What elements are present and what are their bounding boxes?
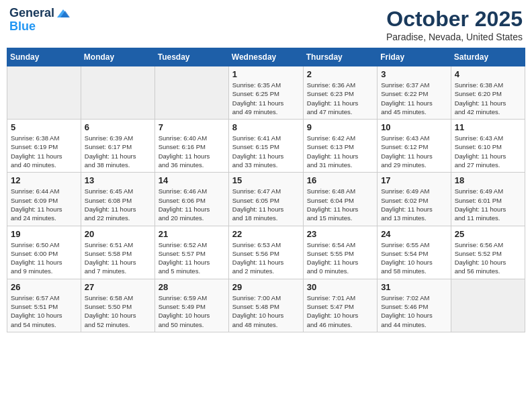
column-header-monday: Monday: [81, 48, 154, 66]
day-number: 5: [11, 122, 77, 132]
calendar-cell: [451, 279, 525, 332]
day-number: 30: [307, 282, 373, 292]
calendar-cell: 28Sunrise: 6:59 AM Sunset: 5:49 PM Dayli…: [154, 279, 228, 332]
calendar-cell: 2Sunrise: 6:36 AM Sunset: 6:23 PM Daylig…: [303, 66, 377, 120]
day-info: Sunrise: 6:38 AM Sunset: 6:19 PM Dayligh…: [11, 134, 77, 169]
day-info: Sunrise: 6:45 AM Sunset: 6:08 PM Dayligh…: [85, 187, 151, 222]
calendar-cell: 12Sunrise: 6:44 AM Sunset: 6:09 PM Dayli…: [7, 173, 81, 226]
day-info: Sunrise: 6:56 AM Sunset: 5:52 PM Dayligh…: [455, 240, 521, 276]
day-info: Sunrise: 7:01 AM Sunset: 5:47 PM Dayligh…: [307, 293, 373, 329]
day-info: Sunrise: 6:41 AM Sunset: 6:15 PM Dayligh…: [232, 134, 300, 169]
day-info: Sunrise: 6:52 AM Sunset: 5:57 PM Dayligh…: [159, 240, 225, 276]
location-subtitle: Paradise, Nevada, United States: [386, 32, 523, 42]
calendar-cell: 11Sunrise: 6:43 AM Sunset: 6:10 PM Dayli…: [451, 120, 525, 173]
day-number: 8: [232, 122, 300, 132]
day-info: Sunrise: 6:42 AM Sunset: 6:13 PM Dayligh…: [307, 134, 373, 169]
day-info: Sunrise: 6:40 AM Sunset: 6:16 PM Dayligh…: [159, 134, 225, 169]
calendar-cell: 31Sunrise: 7:02 AM Sunset: 5:46 PM Dayli…: [378, 279, 451, 332]
calendar-cell: 29Sunrise: 7:00 AM Sunset: 5:48 PM Dayli…: [228, 279, 303, 332]
day-number: 7: [159, 122, 225, 132]
day-number: 2: [307, 69, 373, 79]
day-number: 6: [85, 122, 151, 132]
calendar-week-row: 5Sunrise: 6:38 AM Sunset: 6:19 PM Daylig…: [7, 120, 525, 173]
day-info: Sunrise: 6:58 AM Sunset: 5:50 PM Dayligh…: [85, 293, 151, 329]
calendar-cell: 30Sunrise: 7:01 AM Sunset: 5:47 PM Dayli…: [303, 279, 377, 332]
day-info: Sunrise: 6:49 AM Sunset: 6:02 PM Dayligh…: [381, 187, 447, 222]
calendar-cell: 7Sunrise: 6:40 AM Sunset: 6:16 PM Daylig…: [154, 120, 228, 173]
column-header-thursday: Thursday: [303, 48, 377, 66]
day-number: 4: [455, 69, 521, 79]
day-number: 25: [455, 229, 521, 239]
page-header: General Blue October 2025 Paradise, Neva…: [7, 7, 525, 42]
calendar-cell: 3Sunrise: 6:37 AM Sunset: 6:22 PM Daylig…: [378, 66, 451, 120]
day-info: Sunrise: 7:02 AM Sunset: 5:46 PM Dayligh…: [381, 293, 447, 329]
calendar-cell: 13Sunrise: 6:45 AM Sunset: 6:08 PM Dayli…: [81, 173, 154, 226]
calendar-week-row: 12Sunrise: 6:44 AM Sunset: 6:09 PM Dayli…: [7, 173, 525, 226]
day-info: Sunrise: 6:55 AM Sunset: 5:54 PM Dayligh…: [381, 240, 447, 276]
day-info: Sunrise: 6:43 AM Sunset: 6:10 PM Dayligh…: [455, 134, 521, 169]
day-number: 3: [381, 69, 447, 79]
calendar-cell: 1Sunrise: 6:35 AM Sunset: 6:25 PM Daylig…: [228, 66, 303, 120]
logo: General Blue: [9, 7, 71, 34]
calendar-cell: 26Sunrise: 6:57 AM Sunset: 5:51 PM Dayli…: [7, 279, 81, 332]
day-info: Sunrise: 6:44 AM Sunset: 6:09 PM Dayligh…: [11, 187, 77, 222]
day-number: 9: [307, 122, 373, 132]
calendar-table: SundayMondayTuesdayWednesdayThursdayFrid…: [7, 48, 525, 332]
calendar-cell: 10Sunrise: 6:43 AM Sunset: 6:12 PM Dayli…: [378, 120, 451, 173]
day-number: 12: [11, 175, 77, 185]
column-header-friday: Friday: [378, 48, 451, 66]
calendar-cell: 15Sunrise: 6:47 AM Sunset: 6:05 PM Dayli…: [228, 173, 303, 226]
day-number: 11: [455, 122, 521, 132]
day-info: Sunrise: 6:47 AM Sunset: 6:05 PM Dayligh…: [232, 187, 300, 222]
day-number: 1: [232, 69, 300, 79]
column-header-tuesday: Tuesday: [154, 48, 228, 66]
day-info: Sunrise: 7:00 AM Sunset: 5:48 PM Dayligh…: [232, 293, 300, 329]
day-info: Sunrise: 6:46 AM Sunset: 6:06 PM Dayligh…: [159, 187, 225, 222]
logo-blue: Blue: [9, 20, 36, 34]
day-info: Sunrise: 6:39 AM Sunset: 6:17 PM Dayligh…: [85, 134, 151, 169]
calendar-cell: 16Sunrise: 6:48 AM Sunset: 6:04 PM Dayli…: [303, 173, 377, 226]
calendar-cell: 19Sunrise: 6:50 AM Sunset: 6:00 PM Dayli…: [7, 226, 81, 279]
calendar-header-row: SundayMondayTuesdayWednesdayThursdayFrid…: [7, 48, 525, 66]
day-info: Sunrise: 6:36 AM Sunset: 6:23 PM Dayligh…: [307, 81, 373, 116]
column-header-sunday: Sunday: [7, 48, 81, 66]
day-number: 27: [85, 282, 151, 292]
calendar-cell: 17Sunrise: 6:49 AM Sunset: 6:02 PM Dayli…: [378, 173, 451, 226]
calendar-cell: 27Sunrise: 6:58 AM Sunset: 5:50 PM Dayli…: [81, 279, 154, 332]
day-number: 19: [11, 229, 77, 239]
day-number: 22: [232, 229, 300, 239]
calendar-cell: 24Sunrise: 6:55 AM Sunset: 5:54 PM Dayli…: [378, 226, 451, 279]
calendar-cell: 18Sunrise: 6:49 AM Sunset: 6:01 PM Dayli…: [451, 173, 525, 226]
day-number: 14: [159, 175, 225, 185]
column-header-wednesday: Wednesday: [228, 48, 303, 66]
day-number: 21: [159, 229, 225, 239]
day-info: Sunrise: 6:43 AM Sunset: 6:12 PM Dayligh…: [381, 134, 447, 169]
calendar-cell: 22Sunrise: 6:53 AM Sunset: 5:56 PM Dayli…: [228, 226, 303, 279]
day-number: 29: [232, 282, 300, 292]
calendar-cell: [7, 66, 81, 120]
day-number: 16: [307, 175, 373, 185]
calendar-week-row: 19Sunrise: 6:50 AM Sunset: 6:00 PM Dayli…: [7, 226, 525, 279]
calendar-week-row: 26Sunrise: 6:57 AM Sunset: 5:51 PM Dayli…: [7, 279, 525, 332]
day-info: Sunrise: 6:49 AM Sunset: 6:01 PM Dayligh…: [455, 187, 521, 222]
day-info: Sunrise: 6:54 AM Sunset: 5:55 PM Dayligh…: [307, 240, 373, 276]
calendar-cell: 23Sunrise: 6:54 AM Sunset: 5:55 PM Dayli…: [303, 226, 377, 279]
day-info: Sunrise: 6:38 AM Sunset: 6:20 PM Dayligh…: [455, 81, 521, 116]
day-number: 10: [381, 122, 447, 132]
day-number: 28: [159, 282, 225, 292]
title-block: October 2025 Paradise, Nevada, United St…: [386, 7, 523, 42]
calendar-cell: 25Sunrise: 6:56 AM Sunset: 5:52 PM Dayli…: [451, 226, 525, 279]
calendar-cell: 9Sunrise: 6:42 AM Sunset: 6:13 PM Daylig…: [303, 120, 377, 173]
calendar-cell: [154, 66, 228, 120]
day-number: 13: [85, 175, 151, 185]
day-info: Sunrise: 6:53 AM Sunset: 5:56 PM Dayligh…: [232, 240, 300, 276]
calendar-cell: 4Sunrise: 6:38 AM Sunset: 6:20 PM Daylig…: [451, 66, 525, 120]
calendar-cell: 20Sunrise: 6:51 AM Sunset: 5:58 PM Dayli…: [81, 226, 154, 279]
day-info: Sunrise: 6:48 AM Sunset: 6:04 PM Dayligh…: [307, 187, 373, 222]
day-info: Sunrise: 6:51 AM Sunset: 5:58 PM Dayligh…: [85, 240, 151, 276]
month-title: October 2025: [386, 7, 523, 32]
calendar-cell: 14Sunrise: 6:46 AM Sunset: 6:06 PM Dayli…: [154, 173, 228, 226]
calendar-cell: 6Sunrise: 6:39 AM Sunset: 6:17 PM Daylig…: [81, 120, 154, 173]
day-info: Sunrise: 6:50 AM Sunset: 6:00 PM Dayligh…: [11, 240, 77, 276]
day-number: 18: [455, 175, 521, 185]
